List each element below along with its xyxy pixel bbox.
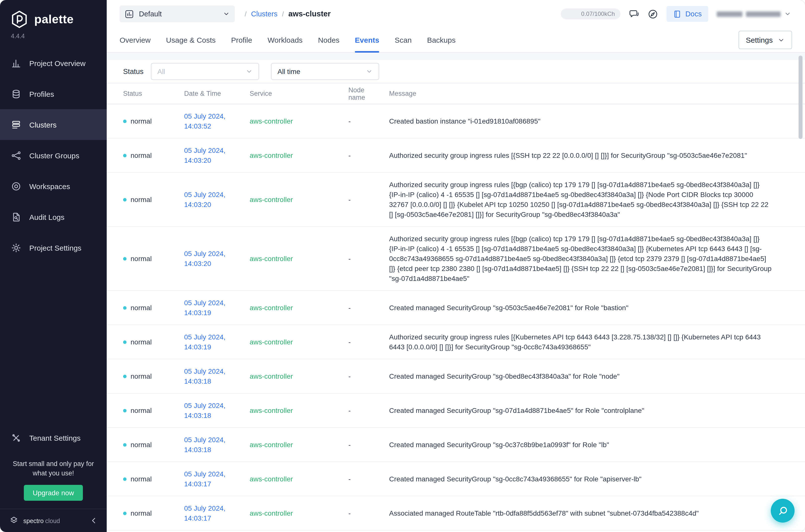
date-time-cell: 05 July 2024, 14:03:20 xyxy=(184,242,250,276)
usage-meter: 0.07/100kCh xyxy=(561,8,620,19)
tab-label: Events xyxy=(355,36,379,44)
date-label: 05 July 2024, xyxy=(184,249,242,259)
message-cell: Created managed SecurityGroup "sg-07d1a4… xyxy=(389,399,780,422)
tab[interactable]: Overview xyxy=(120,28,151,52)
upgrade-now-button[interactable]: Upgrade now xyxy=(24,485,83,501)
status-label: normal xyxy=(131,508,152,518)
tab-label: Overview xyxy=(120,36,151,44)
table-row: normal 05 July 2024, 14:03:19 aws-contro… xyxy=(107,291,805,325)
time-label: 14:03:17 xyxy=(184,479,242,489)
message-cell: Created managed SecurityGroup "sg-0c37c8… xyxy=(389,433,780,457)
tab[interactable]: Workloads xyxy=(268,28,303,52)
status-dot-icon xyxy=(123,443,127,446)
tools-icon xyxy=(11,433,21,443)
status-filter-select[interactable]: All xyxy=(151,63,259,80)
explore-button[interactable] xyxy=(648,9,658,19)
message-cell: Associated managed RouteTable "rtb-0dfa8… xyxy=(389,501,780,525)
status-dot-icon xyxy=(123,154,127,157)
tab[interactable]: Profile xyxy=(231,28,252,52)
table-header: Status Date & Time Service Node name Mes… xyxy=(107,83,805,104)
tab[interactable]: Nodes xyxy=(318,28,340,52)
sidebar-collapse-button[interactable] xyxy=(90,517,98,525)
sidebar-item-label: Cluster Groups xyxy=(29,151,79,159)
sidebar-item-audit-logs[interactable]: Audit Logs xyxy=(0,202,107,232)
settings-button[interactable]: Settings xyxy=(739,31,792,49)
table-row: normal 05 July 2024, 14:03:16 aws-contro… xyxy=(107,531,805,532)
sidebar-item-clusters[interactable]: Clusters xyxy=(0,109,107,140)
status-label: normal xyxy=(131,337,152,347)
status-dot-icon xyxy=(123,119,127,123)
sidebar-item-label: Profiles xyxy=(29,90,54,98)
table-row: normal 05 July 2024, 14:03:17 aws-contro… xyxy=(107,496,805,531)
message-cell: Authorized security group ingress rules … xyxy=(389,173,780,226)
node-name-cell: - xyxy=(348,364,389,388)
column-header-service: Service xyxy=(250,90,348,97)
message-cell: Authorized security group ingress rules … xyxy=(389,227,780,290)
breadcrumb-separator: / xyxy=(282,10,284,18)
time-label: 14:03:20 xyxy=(184,155,242,165)
time-label: 14:03:18 xyxy=(184,411,242,420)
user-menu[interactable] xyxy=(717,11,792,17)
sidebar-item-profiles[interactable]: Profiles xyxy=(0,78,107,109)
time-label: 14:03:20 xyxy=(184,259,242,268)
target-icon xyxy=(11,181,21,191)
project-selector[interactable]: Default xyxy=(120,5,235,22)
sidebar-nav: Project Overview Profiles Clusters Clust… xyxy=(0,48,107,263)
status-cell: normal xyxy=(123,399,184,422)
status-dot-icon xyxy=(123,306,127,309)
status-dot-icon xyxy=(123,375,127,378)
tab[interactable]: Usage & Costs xyxy=(166,28,216,52)
sidebar-item-cluster-groups[interactable]: Cluster Groups xyxy=(0,140,107,171)
filters-bar: Status All All time xyxy=(107,60,805,83)
chat-button[interactable] xyxy=(629,9,639,19)
page-gap xyxy=(107,53,805,60)
date-label: 05 July 2024, xyxy=(184,298,242,308)
breadcrumb-clusters-link[interactable]: Clusters xyxy=(251,10,277,18)
tab[interactable]: Backups xyxy=(427,28,456,52)
tab[interactable]: Scan xyxy=(395,28,412,52)
status-label: normal xyxy=(131,194,152,205)
sidebar-item-project-settings[interactable]: Project Settings xyxy=(0,232,107,263)
tab[interactable]: Events xyxy=(355,28,379,52)
date-label: 05 July 2024, xyxy=(184,366,242,376)
sidebar-item-label: Project Overview xyxy=(29,59,85,67)
main-content: Default / Clusters / aws-cluster 0.07/10… xyxy=(107,0,805,532)
status-filter-value: All xyxy=(157,68,165,75)
date-time-cell: 05 July 2024, 14:03:20 xyxy=(184,183,250,216)
status-label: normal xyxy=(131,405,152,415)
sidebar-item-project-overview[interactable]: Project Overview xyxy=(0,48,107,78)
status-label: normal xyxy=(131,303,152,312)
bar-chart-icon xyxy=(11,58,21,68)
status-dot-icon xyxy=(123,257,127,260)
date-label: 05 July 2024, xyxy=(184,469,242,479)
gear-icon xyxy=(11,243,21,253)
redacted-username xyxy=(746,11,781,17)
top-bar: Default / Clusters / aws-cluster 0.07/10… xyxy=(107,0,805,28)
spectro-cloud-logo-icon xyxy=(9,516,19,526)
service-cell: aws-controller xyxy=(250,467,348,491)
status-label: normal xyxy=(131,253,152,264)
node-name-cell: - xyxy=(348,144,389,167)
node-name-cell: - xyxy=(348,109,389,133)
chevron-down-icon xyxy=(366,68,373,75)
sidebar-bottom: Tenant Settings Start small and only pay… xyxy=(0,422,107,532)
status-cell: normal xyxy=(123,144,184,167)
docs-button[interactable]: Docs xyxy=(667,6,708,22)
message-cell: Authorized security group ingress rules … xyxy=(389,144,780,167)
tab-label: Usage & Costs xyxy=(166,36,216,44)
chat-bubble-icon xyxy=(629,9,639,19)
sidebar: palette 4.4.4 Project Overview Profiles … xyxy=(0,0,107,532)
sidebar-item-tenant-settings[interactable]: Tenant Settings xyxy=(0,422,107,453)
sidebar-footer: spectrocloud xyxy=(0,509,107,532)
status-cell: normal xyxy=(123,433,184,457)
app-window: palette 4.4.4 Project Overview Profiles … xyxy=(0,0,805,532)
tab-bar: Overview Usage & Costs Profile Workloads… xyxy=(107,28,805,53)
scrollbar-thumb[interactable] xyxy=(799,56,803,139)
status-cell: normal xyxy=(123,501,184,525)
date-label: 05 July 2024, xyxy=(184,435,242,445)
help-fab[interactable] xyxy=(771,499,794,522)
settings-button-label: Settings xyxy=(746,36,773,44)
sidebar-item-workspaces[interactable]: Workspaces xyxy=(0,171,107,202)
tab-label: Scan xyxy=(395,36,412,44)
time-range-select[interactable]: All time xyxy=(271,63,379,80)
